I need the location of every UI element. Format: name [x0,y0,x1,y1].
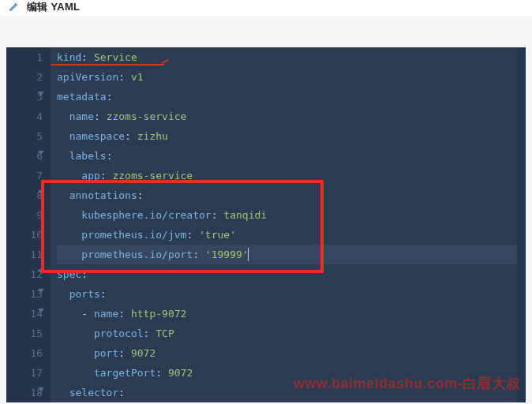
scrollbar-vertical[interactable] [517,47,526,402]
annotation-underline [51,64,164,65]
code-area[interactable]: kind: ServiceapiVersion: v1metadata: nam… [51,47,526,402]
fold-icon[interactable] [38,289,44,293]
fold-icon[interactable] [38,151,44,155]
code-line[interactable]: app: zzoms-service [57,166,526,185]
code-editor[interactable]: 123456789101112131415161718 kind: Servic… [6,47,526,402]
code-line[interactable]: prometheus.io/port: '19999' [57,245,526,264]
code-line[interactable]: prometheus.io/jvm: 'true' [57,225,526,245]
line-number: 8 [6,185,43,205]
code-line[interactable]: labels: [57,146,526,166]
fold-icon[interactable] [38,190,44,194]
line-number: 15 [6,324,43,343]
header-title: 编辑 YAML [27,0,80,14]
line-number: 13 [6,284,43,304]
line-number: 2 [6,67,43,87]
line-number: 18 [6,383,43,402]
line-number: 12 [6,264,43,284]
code-line[interactable]: port: 9072 [57,343,526,363]
line-number: 17 [6,363,43,383]
code-line[interactable]: protocol: TCP [57,324,526,343]
line-number: 7 [6,166,43,185]
fold-icon[interactable] [38,387,44,391]
line-number-gutter: 123456789101112131415161718 [6,47,51,402]
header-bar: 编辑 YAML [0,0,532,16]
line-number: 4 [6,107,43,126]
fold-icon[interactable] [38,309,44,312]
fold-icon[interactable] [38,92,44,95]
line-number: 3 [6,87,43,107]
line-number: 11 [6,245,43,264]
code-line[interactable]: spec: [57,264,526,284]
fold-icon[interactable] [38,269,44,273]
watermark-text: www.baimeidashu.com-白眉大叔 [294,374,521,393]
pencil-icon [8,0,21,13]
line-number: 10 [6,225,43,245]
line-number: 1 [6,47,43,67]
code-line[interactable]: name: zzoms-service [57,107,526,126]
code-line[interactable]: kubesphere.io/creator: tanqidi [57,205,526,225]
line-number: 6 [6,146,43,166]
code-line[interactable]: annotations: [57,185,526,205]
line-number: 14 [6,304,43,324]
line-number: 16 [6,343,43,363]
code-line[interactable]: - name: http-9072 [57,304,526,324]
line-number: 5 [6,126,43,146]
line-number: 9 [6,205,43,225]
text-cursor [248,248,249,261]
code-line[interactable]: namespace: zizhu [57,126,526,146]
code-line[interactable]: apiVersion: v1 [57,67,526,87]
code-line[interactable]: metadata: [57,87,526,107]
code-line[interactable]: ports: [57,284,526,304]
